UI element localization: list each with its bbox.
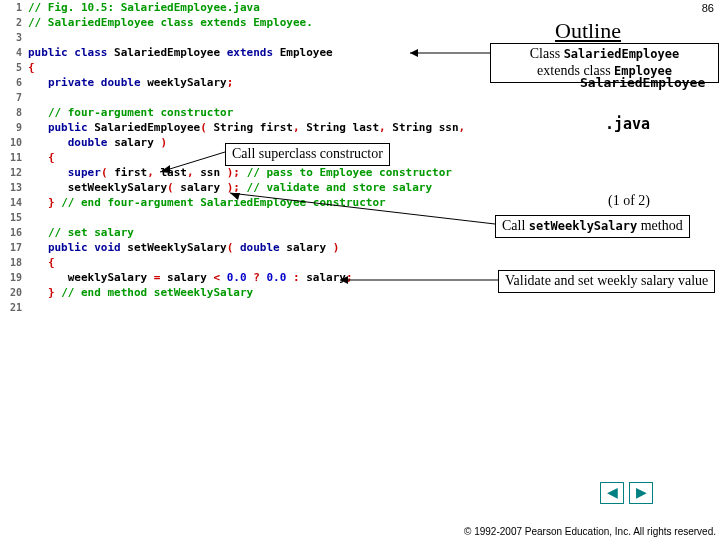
code-line: 17 public void setWeeklySalary( double s… — [0, 240, 540, 255]
code-text: public SalariedEmployee( String first, S… — [28, 120, 540, 135]
code-line: 8 // four-argument constructor — [0, 105, 540, 120]
code-line: 21 — [0, 300, 540, 315]
line-number: 14 — [0, 195, 28, 210]
code-line: 4public class SalariedEmployee extends E… — [0, 45, 540, 60]
line-number: 10 — [0, 135, 28, 150]
code-line: 16 // set salary — [0, 225, 540, 240]
line-number: 11 — [0, 150, 28, 165]
code-text: public void setWeeklySalary( double sala… — [28, 240, 540, 255]
line-number: 13 — [0, 180, 28, 195]
nav-buttons: ◀ ▶ — [600, 482, 655, 504]
code-text: public class SalariedEmployee extends Em… — [28, 45, 540, 60]
code-line: 2// SalariedEmployee class extends Emplo… — [0, 15, 540, 30]
file-ext-label: .java — [605, 115, 650, 133]
code-line: 6 private double weeklySalary; — [0, 75, 540, 90]
line-number: 9 — [0, 120, 28, 135]
nav-prev-button[interactable]: ◀ — [600, 482, 624, 504]
line-number: 20 — [0, 285, 28, 300]
outline-heading: Outline — [555, 18, 621, 44]
line-number: 12 — [0, 165, 28, 180]
line-number: 8 — [0, 105, 28, 120]
callout-superclass: Call superclass constructor — [225, 143, 390, 166]
page-number: 86 — [702, 2, 714, 14]
code-text: setWeeklySalary( salary ); // validate a… — [28, 180, 540, 195]
callout-setweeklysalary: Call setWeeklySalary method — [495, 215, 690, 238]
code-line: 1// Fig. 10.5: SalariedEmployee.java — [0, 0, 540, 15]
nav-next-button[interactable]: ▶ — [629, 482, 653, 504]
line-number: 3 — [0, 30, 28, 45]
code-text: super( first, last, ssn ); // pass to Em… — [28, 165, 540, 180]
code-line: 13 setWeeklySalary( salary ); // validat… — [0, 180, 540, 195]
line-number: 18 — [0, 255, 28, 270]
line-number: 6 — [0, 75, 28, 90]
code-text: // set salary — [28, 225, 540, 240]
code-text: // Fig. 10.5: SalariedEmployee.java — [28, 0, 540, 15]
code-line: 9 public SalariedEmployee( String first,… — [0, 120, 540, 135]
code-text: private double weeklySalary; — [28, 75, 540, 90]
code-text: } // end method setWeeklySalary — [28, 285, 540, 300]
code-line: 14 } // end four-argument SalariedEmploy… — [0, 195, 540, 210]
line-number: 7 — [0, 90, 28, 105]
line-number: 15 — [0, 210, 28, 225]
code-text: weeklySalary = salary < 0.0 ? 0.0 : sala… — [28, 270, 540, 285]
code-line: 12 super( first, last, ssn ); // pass to… — [0, 165, 540, 180]
line-number: 2 — [0, 15, 28, 30]
line-number: 19 — [0, 270, 28, 285]
code-text: { — [28, 255, 540, 270]
line-number: 4 — [0, 45, 28, 60]
code-line: 7 — [0, 90, 540, 105]
line-number: 17 — [0, 240, 28, 255]
code-line: 18 { — [0, 255, 540, 270]
copyright: © 1992-2007 Pearson Education, Inc. All … — [464, 526, 716, 537]
line-number: 5 — [0, 60, 28, 75]
code-text: } // end four-argument SalariedEmployee … — [28, 195, 540, 210]
code-line: 19 weeklySalary = salary < 0.0 ? 0.0 : s… — [0, 270, 540, 285]
code-line: 5{ — [0, 60, 540, 75]
code-text: // SalariedEmployee class extends Employ… — [28, 15, 540, 30]
callout-validate: Validate and set weekly salary value — [498, 270, 715, 293]
filename-label: SalariedEmployee — [580, 75, 705, 90]
code-text: { — [28, 60, 540, 75]
line-number: 1 — [0, 0, 28, 15]
line-number: 16 — [0, 225, 28, 240]
paging-label: (1 of 2) — [608, 193, 650, 209]
code-line: 3 — [0, 30, 540, 45]
code-line: 15 — [0, 210, 540, 225]
line-number: 21 — [0, 300, 28, 315]
code-text: // four-argument constructor — [28, 105, 540, 120]
code-line: 20 } // end method setWeeklySalary — [0, 285, 540, 300]
